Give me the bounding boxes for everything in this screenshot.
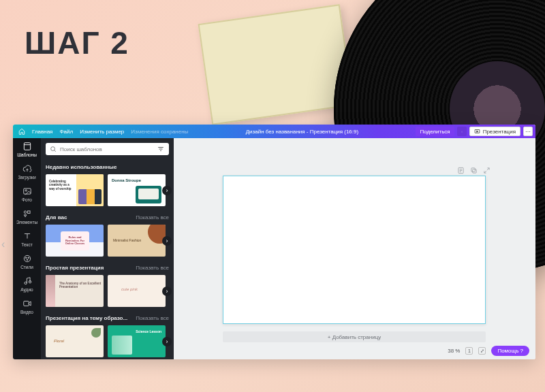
text-icon bbox=[22, 231, 32, 241]
rail-elements[interactable]: Элементы bbox=[13, 206, 41, 228]
rail-uploads[interactable]: Загрузки bbox=[13, 161, 41, 183]
fullscreen-button[interactable]: ⤢ bbox=[478, 347, 486, 355]
section-recent: Недавно использованные Celebrating creat… bbox=[41, 164, 174, 210]
row-next-button[interactable]: › bbox=[162, 236, 172, 246]
home-icon[interactable] bbox=[18, 128, 25, 135]
templates-panel: Недавно использованные Celebrating creat… bbox=[41, 138, 174, 359]
rail-audio-label: Аудио bbox=[20, 287, 33, 292]
template-thumb[interactable]: Rules and Reminders For Online Classes bbox=[46, 225, 104, 257]
thumb-caption: The Anatomy of an Excellent Presentation bbox=[59, 282, 104, 289]
slide-prev-chevron[interactable]: ‹ bbox=[1, 238, 7, 248]
row-next-button[interactable]: › bbox=[162, 287, 172, 296]
section-for-you-title: Для вас bbox=[46, 214, 67, 220]
svg-rect-1 bbox=[24, 143, 30, 150]
row-next-button[interactable]: › bbox=[162, 337, 172, 346]
template-sections: Недавно использованные Celebrating creat… bbox=[41, 160, 174, 359]
rail-text[interactable]: Текст bbox=[13, 228, 41, 250]
rail-photos-label: Фото bbox=[22, 197, 32, 202]
section-simple: Простая презентацияПоказать все The Anat… bbox=[41, 265, 174, 311]
template-thumb[interactable]: cute pink bbox=[108, 275, 166, 307]
nav-home[interactable]: Главная bbox=[32, 129, 52, 135]
elements-icon bbox=[22, 209, 32, 218]
thumb-caption: Science Lesson bbox=[136, 329, 161, 333]
search-bar bbox=[46, 143, 169, 155]
save-status: Изменения сохранены bbox=[131, 129, 188, 135]
rail-templates[interactable]: Шаблоны bbox=[13, 138, 41, 161]
thumb-caption: Rules and Reminders For Online Classes bbox=[61, 231, 89, 250]
svg-point-7 bbox=[25, 257, 27, 259]
add-page-button[interactable]: + Добавить страницу bbox=[223, 331, 486, 342]
grid-view-button[interactable]: 1 bbox=[465, 347, 473, 355]
section-for-you: Для васПоказать все Rules and Reminders … bbox=[41, 214, 174, 261]
side-rail: Шаблоны Загрузки Фото Элементы Текст Сти… bbox=[13, 138, 41, 359]
share-button[interactable]: Поделиться bbox=[416, 127, 454, 136]
section-simple-title: Простая презентация bbox=[46, 265, 104, 271]
row-next-button[interactable]: › bbox=[162, 186, 172, 195]
present-button[interactable]: Презентация bbox=[469, 127, 520, 136]
svg-point-6 bbox=[24, 255, 30, 261]
slide-page[interactable] bbox=[223, 176, 486, 324]
download-icon bbox=[461, 129, 463, 135]
nav-resize[interactable]: Изменить размер bbox=[80, 129, 124, 135]
nav-file[interactable]: Файл bbox=[59, 129, 73, 135]
zoom-value[interactable]: 38 % bbox=[448, 348, 460, 354]
section-recent-title: Недавно использованные bbox=[46, 164, 116, 170]
top-bar: Главная Файл Изменить размер Изменения с… bbox=[13, 125, 535, 138]
rail-photos[interactable]: Фото bbox=[13, 183, 41, 206]
rail-elements-label: Элементы bbox=[16, 220, 37, 225]
expand-icon[interactable] bbox=[483, 167, 490, 174]
template-thumb[interactable]: The Anatomy of an Excellent Presentation bbox=[46, 275, 104, 307]
rail-video[interactable]: Видео bbox=[13, 295, 41, 318]
thumb-caption: Minimalist Fashion bbox=[113, 238, 141, 242]
canvas-footer: 38 % 1 ⤢ Помощь ? bbox=[448, 346, 529, 356]
template-thumb[interactable]: Celebrating creativity as a way of worsh… bbox=[46, 174, 104, 206]
video-icon bbox=[22, 299, 32, 308]
section-education: Презентация на тему образо...Показать вс… bbox=[41, 315, 174, 359]
search-icon bbox=[50, 146, 57, 152]
styles-icon bbox=[22, 254, 32, 263]
notes-icon[interactable] bbox=[457, 167, 465, 174]
thumb-caption: Celebrating creativity as a way of worsh… bbox=[49, 180, 72, 191]
step-title: ШАГ 2 bbox=[25, 24, 129, 61]
rail-video-label: Видео bbox=[20, 310, 33, 314]
svg-point-9 bbox=[27, 259, 28, 261]
svg-rect-16 bbox=[471, 168, 476, 172]
templates-icon bbox=[22, 142, 32, 151]
svg-rect-12 bbox=[23, 301, 29, 306]
editor-window: Главная Файл Изменить размер Изменения с… bbox=[13, 125, 535, 359]
rail-styles-label: Стили bbox=[20, 265, 33, 270]
topbar-right: Поделиться Презентация ⋯ bbox=[416, 127, 534, 136]
svg-point-13 bbox=[51, 147, 55, 151]
svg-point-4 bbox=[24, 211, 27, 214]
svg-point-8 bbox=[27, 257, 29, 259]
rail-text-label: Текст bbox=[21, 242, 32, 247]
svg-point-3 bbox=[25, 190, 27, 191]
show-all-link[interactable]: Показать все bbox=[136, 315, 169, 321]
uploads-icon bbox=[22, 164, 32, 174]
present-label: Презентация bbox=[483, 129, 516, 135]
section-education-title: Презентация на тему образо... bbox=[46, 315, 127, 321]
show-all-link[interactable]: Показать все bbox=[136, 214, 169, 220]
audio-icon bbox=[22, 276, 32, 286]
search-input[interactable] bbox=[60, 146, 153, 152]
more-button[interactable]: ⋯ bbox=[523, 127, 533, 136]
paper-decoration bbox=[198, 4, 354, 125]
canvas-area: + Добавить страницу 38 % 1 ⤢ Помощь ? bbox=[174, 138, 535, 359]
doc-title[interactable]: Дизайн без названания - Презентация (16:… bbox=[188, 129, 416, 135]
rail-styles[interactable]: Стили bbox=[13, 250, 41, 273]
show-all-link[interactable]: Показать все bbox=[136, 265, 169, 271]
topbar-left: Главная Файл Изменить размер Изменения с… bbox=[14, 128, 188, 135]
template-thumb[interactable]: Floral bbox=[46, 325, 104, 357]
filter-icon[interactable] bbox=[157, 146, 165, 152]
help-button[interactable]: Помощь ? bbox=[491, 346, 529, 356]
duplicate-icon[interactable] bbox=[470, 167, 478, 174]
play-icon bbox=[474, 129, 480, 135]
thumb-caption: cute pink bbox=[121, 287, 138, 291]
page-tools bbox=[457, 167, 490, 174]
template-thumb[interactable]: Science Lesson bbox=[108, 325, 166, 357]
template-thumb[interactable]: Minimalist Fashion bbox=[108, 225, 166, 257]
template-thumb[interactable]: Donna Stroupe bbox=[108, 174, 166, 206]
download-button[interactable] bbox=[457, 127, 467, 136]
rail-audio[interactable]: Аудио bbox=[13, 273, 41, 295]
thumb-caption: Floral bbox=[54, 339, 64, 343]
